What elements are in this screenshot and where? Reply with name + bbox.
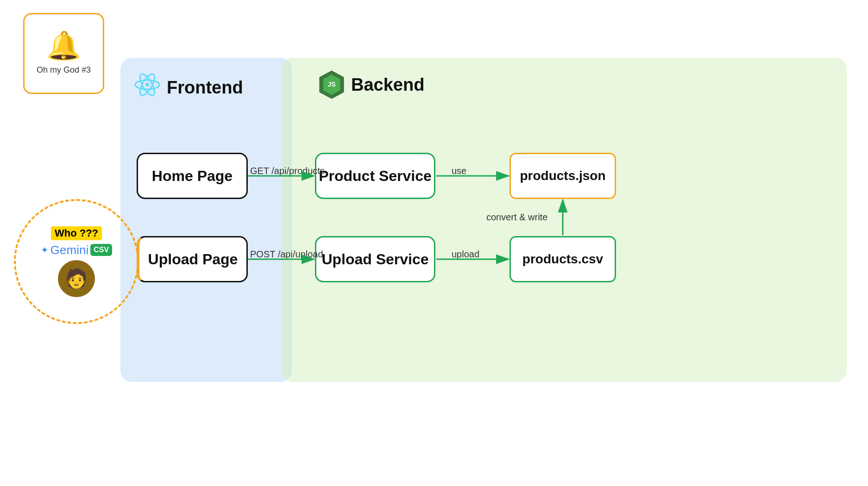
gemini-logo: ✦ Gemini CSV (41, 243, 112, 257)
upload-label: upload (452, 249, 479, 260)
convert-write-label: convert & write (486, 212, 547, 223)
home-page-label: Home Page (152, 168, 233, 185)
use-label: use (452, 166, 466, 176)
notification-label: Oh my God #3 (37, 65, 91, 75)
products-json-label: products.json (520, 168, 605, 183)
upload-service-label: Upload Service (321, 251, 428, 268)
who-circle: Who ??? ✦ Gemini CSV 🧑 (14, 199, 139, 324)
home-page-box: Home Page (137, 153, 248, 199)
product-service-label: Product Service (319, 168, 432, 185)
frontend-header: Frontend (120, 58, 292, 103)
products-csv-box: products.csv (509, 236, 616, 282)
notification-card: 🔔 Oh my God #3 (23, 13, 104, 94)
bell-icon: 🔔 (46, 32, 81, 60)
gemini-star-icon: ✦ (41, 244, 49, 255)
upload-page-label: Upload Page (148, 251, 238, 268)
product-service-box: Product Service (315, 153, 435, 199)
products-csv-label: products.csv (522, 252, 603, 267)
who-label: Who ??? (51, 226, 102, 240)
diagram-area: 🔔 Oh my God #3 Frontend (0, 0, 868, 486)
react-icon (134, 72, 160, 103)
svg-point-3 (145, 83, 149, 87)
nodejs-icon: JS (319, 72, 345, 98)
frontend-area: Frontend (120, 58, 292, 382)
backend-area: JS Backend (282, 58, 847, 382)
csv-badge: CSV (90, 244, 112, 256)
svg-text:JS: JS (327, 81, 335, 88)
products-json-box: products.json (509, 153, 616, 199)
backend-header: JS Backend (282, 58, 847, 98)
frontend-title: Frontend (167, 78, 243, 98)
backend-title: Backend (351, 75, 424, 95)
gemini-text: Gemini (50, 243, 88, 257)
upload-service-box: Upload Service (315, 236, 435, 282)
get-api-label: GET /api/products (250, 166, 325, 176)
post-api-label: POST /api/upload (250, 249, 323, 260)
upload-page-box: Upload Page (137, 236, 248, 282)
avatar: 🧑 (58, 260, 95, 297)
